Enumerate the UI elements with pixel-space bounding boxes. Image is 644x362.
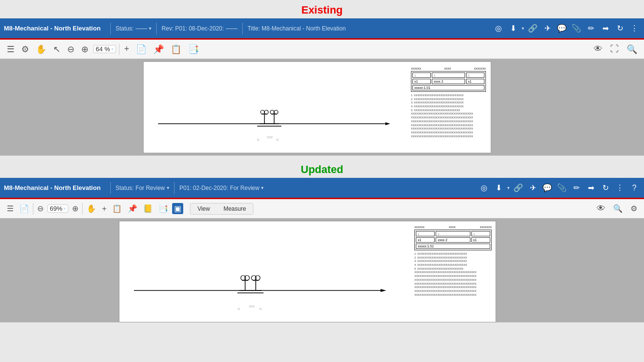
view-btn[interactable]: View	[190, 203, 217, 214]
download-dropdown-icon[interactable]: ▾	[522, 26, 524, 31]
tb-cell-2: ↓	[432, 72, 465, 78]
attach-icon[interactable]: 📎	[571, 23, 582, 34]
note-6: XXXXXXXXXXXXXXXXXXXXXXXXXXXXXXXXXXX	[411, 112, 486, 116]
sidebar-toggle-icon[interactable]: ☰	[5, 43, 16, 56]
send-icon[interactable]: ✈	[542, 23, 553, 34]
svg-text:▽▽▽: ▽▽▽	[249, 305, 255, 308]
updated-clipboard-icon[interactable]: 📋	[110, 203, 124, 214]
share-icon[interactable]: ➡	[600, 23, 611, 34]
updated-tb-cell-1: ↓	[416, 231, 435, 236]
updated-pan-icon[interactable]: ✋	[85, 203, 98, 214]
settings-icon[interactable]: ⚙	[19, 43, 31, 56]
updated-tb-cell-7: xxxxx:1.01	[416, 244, 490, 249]
existing-toolbar: ☰ ⚙ ✋ ↖ ⊖ ⊕ 64 % ▾ + 📄 📌 📋 📑 👁 ⛶ 🔍	[0, 40, 644, 59]
comment-icon[interactable]: 💬	[556, 23, 568, 34]
updated-rev-label: P01: 02-Dec-2020:	[179, 185, 228, 191]
zoom-display[interactable]: 64 % ▾	[93, 45, 116, 53]
record-icon[interactable]: ◎	[493, 23, 504, 34]
updated-download-icon[interactable]: ⬇	[493, 182, 504, 194]
select-icon[interactable]: ↖	[51, 43, 62, 56]
updated-comment-icon[interactable]: 💬	[542, 182, 553, 194]
fullscreen-icon[interactable]: ⛶	[608, 43, 621, 55]
search-icon[interactable]: 🔍	[625, 43, 639, 56]
updated-zoom-in-icon[interactable]: ⊕	[70, 203, 80, 214]
updated-more-icon[interactable]: ⋮	[614, 182, 626, 194]
updated-rev-dropdown-icon[interactable]: ▾	[261, 185, 263, 190]
updated-note-7: XXXXXXXXXXXXXXXXXXXXXXXXXXXXXXXXXXX	[414, 275, 492, 278]
section-separator	[0, 156, 644, 159]
tb-cell-6: x1	[466, 79, 484, 84]
svg-point-4	[261, 110, 264, 114]
tb-cell-7: xxxxx:1.01	[412, 85, 484, 90]
updated-tb-cell-3: ↓	[471, 231, 490, 236]
status-dropdown-icon[interactable]: ▾	[149, 26, 151, 31]
updated-view-icon[interactable]: 👁	[595, 203, 607, 215]
note-9: XXXXXXXXXXXXXXXXXXXXXXXXXXXXXXXXXXX	[411, 124, 486, 128]
note-10: XXXXXXXXXXXXXXXXXXXXXXXXXXXXXXXXXXX	[411, 127, 486, 131]
more-icon[interactable]: ⋮	[629, 23, 640, 34]
refresh-icon[interactable]: ↻	[614, 23, 626, 34]
updated-send-icon[interactable]: ✈	[527, 182, 539, 194]
updated-filedoc-icon[interactable]: 📄	[17, 203, 31, 214]
callout-icon[interactable]: 📄	[134, 43, 148, 56]
edit-icon[interactable]: ✏	[585, 23, 597, 34]
updated-zoom-display[interactable]: 69% ▾	[47, 204, 68, 213]
note-8: XXXXXXXXXXXXXXXXXXXXXXXXXXXXXXXXXXX	[411, 120, 486, 124]
updated-search-icon[interactable]: 🔍	[611, 203, 625, 214]
updated-download-dropdown-icon[interactable]: ▾	[507, 185, 510, 190]
updated-sidebar-toggle-icon[interactable]: ☰	[5, 203, 15, 214]
download-icon[interactable]: ⬇	[507, 23, 519, 34]
updated-status-dropdown-icon[interactable]: ▾	[167, 185, 169, 190]
pan-icon[interactable]: ✋	[34, 43, 48, 56]
updated-help-icon[interactable]: ?	[629, 182, 640, 194]
updated-refresh-icon[interactable]: ↻	[600, 182, 611, 194]
updated-zoom-dropdown-icon[interactable]: ▾	[63, 206, 66, 211]
stamp-icon[interactable]: 📋	[169, 43, 183, 56]
svg-text:□: □	[257, 138, 259, 141]
updated-add-icon[interactable]: +	[100, 203, 108, 214]
note-4: 4. XXXXXXXXXXXXXXXXXXXXXXXXXXXX	[411, 105, 486, 109]
updated-link-icon[interactable]: 🔗	[512, 182, 524, 194]
updated-pin-icon[interactable]: 📌	[126, 203, 139, 214]
view-icon[interactable]: 👁	[592, 43, 604, 55]
updated-note-10: XXXXXXXXXXXXXXXXXXXXXXXXXXXXXXXXXXX	[414, 286, 492, 290]
svg-text:□: □	[238, 307, 240, 310]
updated-attach-icon[interactable]: 📎	[556, 182, 568, 194]
updated-note-11: XXXXXXXXXXXXXXXXXXXXXXXXXXXXXXXXXXX	[414, 290, 492, 293]
updated-stamp-icon[interactable]: 📑	[157, 203, 170, 214]
rev-label: Rev: P01: 08-Dec-2020:	[161, 25, 224, 32]
updated-status-area: Status: For Review ▾	[116, 185, 169, 191]
updated-tb-header-2: xxxx	[449, 225, 455, 229]
svg-point-8	[270, 110, 274, 114]
note-7: XXXXXXXXXXXXXXXXXXXXXXXXXXXXXXXXXXX	[411, 116, 486, 120]
updated-note-5: 5. XXXXXXXXXXXXXXXXXXXXXXXXXX	[414, 267, 492, 271]
updated-note-1: 1. XXXXXXXXXXXXXXXXXXXXXXXXXXXX	[414, 252, 492, 256]
pin-icon[interactable]: 📌	[151, 43, 166, 56]
updated-settings-icon[interactable]: ⚙	[629, 203, 639, 214]
updated-doc-title: M8-Mechanical - North Elevation	[4, 184, 105, 191]
updated-toolbar: ☰ 📄 ⊖ 69% ▾ ⊕ ✋ + 📋 📌 📒 📑 ▣ View Measure…	[0, 199, 644, 218]
zoom-in-icon[interactable]: ⊕	[79, 43, 90, 56]
updated-record-icon[interactable]: ◎	[478, 182, 490, 194]
link-icon[interactable]: 🔗	[527, 23, 539, 34]
measure-btn[interactable]: Measure	[217, 203, 253, 214]
updated-drawing-paper: xxxxxx xxxx xxxxxxx ↓ ↓ ↓ x1 xxxx 2 x1 x…	[119, 221, 496, 322]
existing-status-area: Status: —— ▾	[116, 25, 151, 32]
existing-label: Existing	[0, 0, 644, 18]
existing-rev-area: Rev: P01: 08-Dec-2020: ——	[161, 25, 237, 32]
updated-note-6: XXXXXXXXXXXXXXXXXXXXXXXXXXXXXXXXXXX	[414, 271, 492, 275]
zoom-dropdown-icon[interactable]: ▾	[111, 46, 114, 52]
add-icon[interactable]: +	[122, 43, 132, 55]
updated-tb-header-3: xxxxxxx	[480, 225, 492, 229]
updated-zoom-out-icon[interactable]: ⊖	[35, 203, 45, 214]
divider3	[242, 23, 243, 34]
updated-book-icon[interactable]: 📒	[141, 203, 155, 214]
updated-tb-cell-5: xxxx 2	[436, 237, 470, 243]
zoom-out-icon[interactable]: ⊖	[65, 43, 76, 56]
note-2: 2. XXXXXXXXXXXXXXXXXXXXXXXXXXXX	[411, 98, 486, 101]
updated-share-icon[interactable]: ➡	[585, 182, 597, 194]
updated-edit-icon[interactable]: ✏	[571, 182, 582, 194]
attachment-icon[interactable]: 📑	[186, 43, 201, 56]
updated-select-rect-icon[interactable]: ▣	[172, 203, 183, 214]
updated-tb-cell-6: x1	[471, 237, 490, 243]
